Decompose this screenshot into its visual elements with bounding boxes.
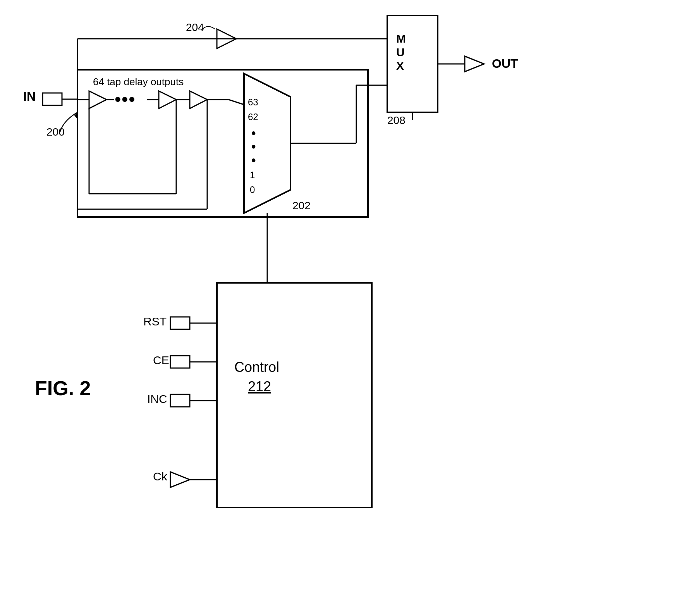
inc-label: INC (147, 392, 167, 405)
dots2-label: ● (251, 141, 256, 151)
svg-marker-4 (89, 91, 107, 108)
mux-u-label: U (396, 46, 405, 59)
svg-marker-40 (170, 472, 190, 487)
rst-label: RST (143, 315, 167, 328)
num63-label: 63 (248, 97, 258, 107)
ref208-label: 208 (387, 114, 406, 126)
svg-rect-36 (170, 356, 190, 368)
num62-label: 62 (248, 112, 258, 122)
dots1-label: ● (251, 128, 256, 138)
control-label: Control (234, 359, 279, 375)
dots-label: ●●● (114, 92, 135, 105)
ce-label: CE (153, 354, 169, 367)
out-label: OUT (492, 57, 518, 71)
svg-marker-6 (190, 91, 207, 108)
dots3-label: ● (251, 155, 256, 165)
svg-rect-1 (43, 93, 62, 105)
svg-marker-5 (159, 91, 176, 108)
svg-rect-24 (387, 15, 438, 112)
ref202-label: 202 (292, 200, 311, 212)
in-label: IN (23, 89, 36, 103)
svg-line-20 (229, 100, 244, 105)
svg-marker-31 (465, 56, 484, 72)
svg-rect-33 (217, 283, 372, 508)
num1-label: 1 (250, 170, 255, 180)
ref204-label: 204 (186, 21, 204, 33)
num0-label: 0 (250, 184, 255, 195)
mux-m-label: M (396, 32, 406, 45)
ck-label: Ck (153, 470, 168, 483)
mux-x-label: X (396, 59, 404, 72)
svg-rect-38 (170, 394, 190, 407)
diagram-container: IN 200 ●●● 64 tap delay outputs (0, 0, 677, 616)
fig2-label: FIG. 2 (35, 377, 91, 399)
ref212-label: 212 (248, 379, 271, 394)
tap-delay-label: 64 tap delay outputs (93, 76, 184, 88)
svg-rect-34 (170, 317, 190, 329)
